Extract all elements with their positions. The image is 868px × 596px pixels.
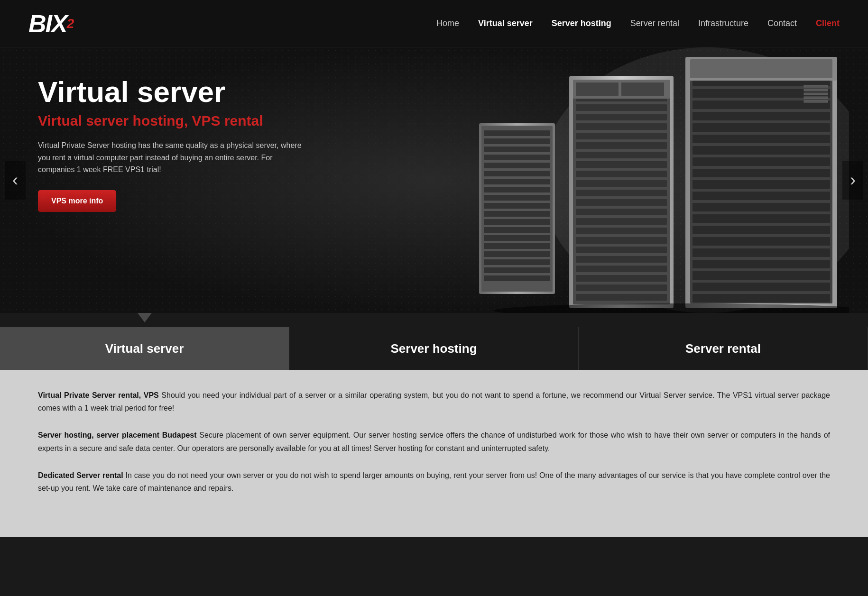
content-text-rental: In case you do not need your own server …	[38, 471, 830, 492]
svg-rect-12	[484, 203, 550, 209]
svg-rect-61	[693, 169, 830, 177]
svg-rect-13	[484, 211, 550, 217]
svg-rect-15	[484, 227, 550, 233]
svg-rect-69	[693, 260, 830, 268]
svg-rect-14	[484, 219, 550, 225]
svg-rect-60	[693, 157, 830, 166]
svg-point-80	[493, 303, 849, 313]
main-nav: Home Virtual server Server hosting Serve…	[436, 18, 840, 28]
hero-section: ‹ Virtual server Virtual server hosting,…	[0, 47, 868, 313]
vps-more-info-button[interactable]: VPS more info	[38, 190, 116, 212]
svg-rect-71	[693, 283, 830, 291]
svg-rect-58	[693, 135, 830, 143]
logo[interactable]: BIX2	[28, 11, 74, 36]
tab-indicator	[0, 313, 868, 327]
svg-rect-37	[576, 209, 667, 215]
svg-rect-7	[484, 163, 550, 168]
svg-rect-5	[484, 147, 550, 152]
svg-rect-67	[693, 237, 830, 246]
nav-contact[interactable]: Contact	[767, 18, 797, 28]
svg-rect-41	[576, 247, 667, 253]
nav-server-hosting[interactable]: Server hosting	[552, 18, 611, 28]
svg-rect-75	[804, 85, 828, 87]
svg-rect-35	[576, 190, 667, 196]
svg-rect-63	[693, 192, 830, 200]
content-block-vps: Virtual Private Server rental, VPS Shoul…	[38, 389, 830, 414]
content-strong-rental: Dedicated Server rental	[38, 471, 123, 479]
svg-rect-27	[576, 114, 667, 120]
tab-server-rental[interactable]: Server rental	[579, 327, 868, 370]
svg-rect-57	[693, 123, 830, 132]
svg-rect-46	[576, 294, 667, 301]
content-block-rental: Dedicated Server rental In case you do n…	[38, 469, 830, 495]
svg-rect-8	[484, 171, 550, 176]
svg-rect-6	[484, 155, 550, 160]
svg-rect-31	[576, 152, 667, 158]
svg-rect-34	[576, 180, 667, 187]
hero-subtitle: Virtual server hosting, VPS rental	[38, 113, 304, 129]
tabs-bar: Virtual server Server hosting Server ren…	[0, 327, 868, 370]
svg-rect-65	[693, 214, 830, 223]
svg-rect-33	[576, 171, 667, 177]
svg-rect-56	[693, 112, 830, 120]
nav-server-rental[interactable]: Server rental	[630, 18, 679, 28]
svg-rect-64	[693, 203, 830, 211]
svg-rect-49	[621, 83, 664, 96]
content-strong-vps: Virtual Private Server rental, VPS	[38, 391, 159, 399]
svg-rect-62	[693, 180, 830, 189]
svg-rect-68	[693, 248, 830, 257]
svg-rect-28	[576, 123, 667, 130]
svg-rect-20	[484, 267, 550, 273]
svg-rect-30	[576, 142, 667, 149]
svg-rect-16	[484, 235, 550, 241]
svg-rect-9	[484, 179, 550, 184]
svg-rect-3	[484, 130, 550, 136]
content-block-hosting: Server hosting, server placement Budapes…	[38, 429, 830, 454]
svg-rect-74	[690, 59, 832, 78]
hero-title: Virtual server	[38, 76, 304, 108]
nav-infrastructure[interactable]: Infrastructure	[698, 18, 748, 28]
svg-rect-39	[576, 228, 667, 234]
svg-rect-26	[576, 104, 667, 111]
svg-rect-17	[484, 243, 550, 249]
svg-rect-11	[484, 195, 550, 201]
nav-virtual-server[interactable]: Virtual server	[478, 18, 533, 28]
svg-rect-76	[804, 89, 828, 91]
svg-rect-38	[576, 218, 667, 225]
hero-description: Virtual Private Server hosting has the s…	[38, 139, 304, 176]
svg-rect-44	[576, 275, 667, 282]
svg-rect-36	[576, 199, 667, 206]
svg-rect-29	[576, 133, 667, 139]
svg-rect-77	[804, 93, 828, 95]
hero-content: Virtual server Virtual server hosting, V…	[38, 76, 304, 212]
svg-rect-43	[576, 266, 667, 272]
svg-rect-59	[693, 146, 830, 155]
header: BIX2 Home Virtual server Server hosting …	[0, 0, 868, 47]
svg-rect-70	[693, 271, 830, 280]
svg-rect-21	[484, 275, 550, 281]
svg-rect-10	[484, 187, 550, 193]
svg-rect-66	[693, 226, 830, 234]
svg-rect-48	[576, 83, 619, 96]
nav-client[interactable]: Client	[816, 18, 840, 28]
logo-text: BIX	[28, 11, 67, 36]
svg-rect-32	[576, 161, 667, 168]
content-section: Virtual Private Server rental, VPS Shoul…	[0, 370, 868, 537]
hero-prev-button[interactable]: ‹	[5, 161, 26, 200]
svg-rect-18	[484, 251, 550, 257]
svg-rect-4	[484, 138, 550, 144]
svg-rect-79	[804, 101, 828, 102]
tab-server-hosting[interactable]: Server hosting	[289, 327, 579, 370]
hero-image	[422, 47, 849, 313]
svg-rect-78	[804, 97, 828, 99]
svg-rect-40	[576, 237, 667, 244]
tab-virtual-server[interactable]: Virtual server	[0, 327, 289, 370]
hero-next-button[interactable]: ›	[842, 161, 863, 200]
content-strong-hosting: Server hosting, server placement Budapes…	[38, 431, 197, 439]
svg-rect-19	[484, 259, 550, 265]
nav-home[interactable]: Home	[436, 18, 459, 28]
svg-rect-45	[576, 284, 667, 291]
svg-rect-42	[576, 256, 667, 263]
server-illustration	[422, 47, 849, 313]
logo-superscript: 2	[67, 16, 74, 31]
